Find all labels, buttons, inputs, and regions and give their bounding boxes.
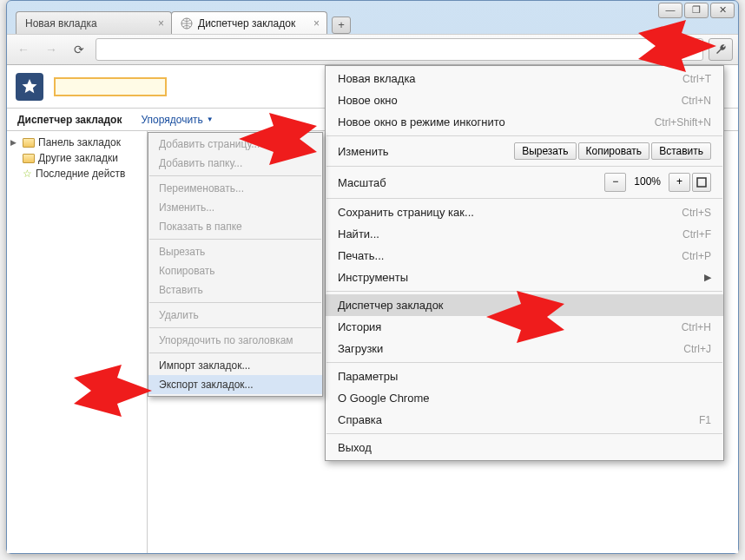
menu-downloads[interactable]: ЗагрузкиCtrl+J (326, 338, 723, 359)
menu-label: Новое окно (338, 94, 398, 107)
menu-label: Выход (338, 441, 372, 454)
menu-label: Масштаб (338, 176, 386, 189)
folder-icon (23, 138, 35, 148)
caret-right-icon: ▶ (10, 138, 16, 147)
submenu-import-bookmarks[interactable]: Импорт закладок... (148, 356, 322, 375)
submenu-edit[interactable]: Изменить... (148, 198, 322, 217)
window-close-button[interactable]: ✕ (710, 3, 735, 18)
window-minimize-button[interactable]: — (658, 3, 682, 18)
edit-cut-button[interactable]: Вырезать (514, 142, 576, 160)
svg-rect-1 (697, 178, 706, 187)
submenu-add-page[interactable]: Добавить страницу... (148, 135, 322, 154)
menu-separator (326, 135, 722, 136)
menu-save-as[interactable]: Сохранить страницу как...Ctrl+S (326, 201, 723, 223)
star-outline-icon: ☆ (23, 168, 32, 180)
tab-label: Новая вкладка (25, 17, 97, 30)
tree-item-other-bookmarks[interactable]: Другие закладки (7, 150, 147, 166)
menu-tools[interactable]: Инструменты▶ (326, 267, 723, 288)
submenu-paste[interactable]: Вставить (148, 280, 322, 300)
menu-separator (326, 291, 722, 292)
zoom-value: 100% (628, 173, 667, 192)
menu-about[interactable]: О Google Chrome (326, 387, 723, 409)
wrench-menu-button[interactable] (709, 38, 733, 61)
menu-separator (326, 433, 722, 434)
menu-shortcut: Ctrl+N (682, 95, 711, 107)
forward-button[interactable]: → (40, 38, 63, 61)
reload-button[interactable]: ⟳ (68, 38, 90, 61)
address-bar[interactable] (96, 38, 703, 61)
menu-shortcut: Ctrl+P (682, 250, 711, 262)
menu-new-window[interactable]: Новое окноCtrl+N (326, 89, 723, 111)
back-button[interactable]: ← (12, 38, 35, 61)
folder-icon (23, 154, 35, 163)
new-tab-button[interactable]: + (332, 16, 351, 34)
star-icon (21, 78, 38, 96)
submenu-rename[interactable]: Переименовать... (148, 179, 322, 198)
zoom-out-button[interactable]: − (604, 173, 626, 192)
menu-help[interactable]: СправкаF1 (326, 409, 723, 431)
submenu-delete[interactable]: Удалить (148, 306, 322, 325)
menu-label: Печать... (338, 249, 384, 262)
menu-exit[interactable]: Выход (326, 437, 723, 458)
menu-separator (326, 362, 722, 363)
chevron-right-icon: ▶ (704, 272, 711, 283)
globe-icon (181, 17, 193, 30)
tab-new[interactable]: Новая вкладка × (16, 11, 172, 34)
menu-separator (149, 302, 321, 303)
menu-separator (149, 175, 321, 176)
submenu-sort[interactable]: Упорядочить по заголовкам (148, 331, 322, 350)
edit-copy-button[interactable]: Копировать (578, 142, 650, 160)
menu-incognito[interactable]: Новое окно в режиме инкогнитоCtrl+Shift+… (326, 111, 723, 133)
menu-separator (326, 198, 722, 199)
zoom-in-button[interactable]: + (669, 173, 690, 192)
menu-shortcut: Ctrl+Shift+N (655, 116, 711, 128)
bookmark-manager-logo (16, 73, 43, 101)
menu-bookmark-manager[interactable]: Диспетчер закладок (326, 294, 723, 316)
menu-shortcut: Ctrl+F (682, 228, 711, 240)
menu-edit-row: Изменить Вырезать Копировать Вставить (326, 139, 723, 163)
menu-label: О Google Chrome (338, 392, 430, 405)
organize-menu-button[interactable]: Упорядочить ▼ (132, 114, 221, 126)
menu-zoom-row: Масштаб − 100% + (326, 169, 723, 195)
menu-separator (149, 327, 321, 328)
fullscreen-button[interactable] (692, 173, 711, 192)
menu-shortcut: F1 (699, 414, 711, 426)
menu-settings[interactable]: Параметры (326, 366, 723, 387)
submenu-copy[interactable]: Копировать (148, 261, 322, 280)
menu-label: Новая вкладка (338, 72, 416, 85)
tree-item-label: Последние действ (36, 168, 125, 180)
fullscreen-icon (696, 177, 707, 188)
menu-label: Справка (338, 413, 382, 426)
menu-new-tab[interactable]: Новая вкладкаCtrl+T (326, 68, 723, 89)
menu-shortcut: Ctrl+H (682, 321, 711, 333)
menu-separator (326, 166, 722, 167)
tree-item-label: Панель закладок (38, 136, 121, 148)
submenu-add-folder[interactable]: Добавить папку... (148, 154, 322, 173)
organize-label: Упорядочить (141, 114, 202, 126)
tree-item-bookmarks-bar[interactable]: ▶ Панель закладок (7, 135, 147, 150)
bookmark-search-input[interactable] (54, 77, 167, 96)
window-maximize-button[interactable]: ❐ (684, 3, 709, 18)
tab-close-icon[interactable]: × (158, 17, 164, 30)
tab-close-icon[interactable]: × (313, 17, 320, 30)
menu-label: Сохранить страницу как... (338, 206, 474, 219)
menu-find[interactable]: Найти...Ctrl+F (326, 223, 723, 245)
wrench-menu: Новая вкладкаCtrl+T Новое окноCtrl+N Нов… (325, 65, 724, 461)
chevron-down-icon: ▼ (207, 115, 214, 123)
page-title: Диспетчер закладок (7, 114, 132, 126)
tab-label: Диспетчер закладок (198, 17, 295, 30)
tab-bookmark-manager[interactable]: Диспетчер закладок × (171, 11, 327, 34)
toolbar: ← → ⟳ (7, 34, 738, 65)
menu-print[interactable]: Печать...Ctrl+P (326, 245, 723, 267)
tree-item-recent[interactable]: ☆ Последние действ (7, 166, 147, 181)
submenu-export-bookmarks[interactable]: Экспорт закладок... (148, 375, 322, 394)
menu-history[interactable]: ИсторияCtrl+H (326, 316, 723, 338)
tab-strip: Новая вкладка × Диспетчер закладок × + (7, 8, 738, 34)
menu-label: Параметры (338, 370, 398, 383)
tree-item-label: Другие закладки (38, 152, 118, 164)
submenu-cut[interactable]: Вырезать (148, 242, 322, 261)
menu-label: Инструменты (338, 271, 408, 284)
submenu-show-in-folder[interactable]: Показать в папке (148, 217, 322, 236)
menu-separator (149, 352, 321, 353)
edit-paste-button[interactable]: Вставить (651, 142, 711, 160)
